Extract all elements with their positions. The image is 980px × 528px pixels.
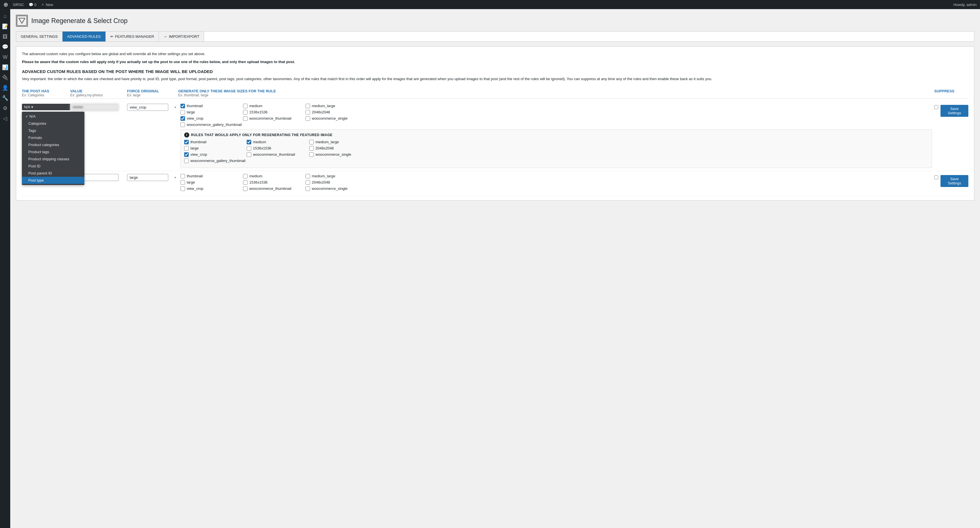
force-original-dropdown-2[interactable]: large view_crop medium thumbnail — [127, 174, 168, 181]
tab-import-export[interactable]: ↔ IMPORT/EXPORT — [159, 32, 204, 41]
featured-checkbox-woo-thumbnail-1[interactable]: woocommerce_thumbnail — [247, 152, 309, 157]
checkbox-medium-large-1[interactable]: medium_large — [305, 104, 368, 108]
checkbox-viewcrop-2[interactable]: view_crop — [180, 186, 243, 191]
sidebar: ⌂ 📝 🖼 💬 W 📊 🔌 👤 🔧 ⚙ ◁ — [0, 9, 10, 528]
checkbox-woo-single-2[interactable]: woocommerce_single — [305, 186, 368, 191]
sidebar-icon-analytics[interactable]: 📊 — [0, 62, 10, 72]
sidebar-icon-posts[interactable]: 📝 — [0, 22, 10, 31]
checkbox-medium-1[interactable]: medium — [243, 104, 305, 108]
site-name[interactable]: SIRSC — [13, 3, 24, 7]
post-has-dropdown-wrapper-1: N/A ▾ ✓ N/A Categories Tags Formats Prod… — [22, 104, 70, 110]
force-original-dropdown-1[interactable]: view_crop large medium thumbnail — [127, 104, 168, 111]
checkbox-woo-gallery-1[interactable]: woocommerce_gallery_thumbnail — [180, 122, 243, 127]
featured-checkbox-1536-1[interactable]: 1536x1536 — [247, 146, 309, 151]
sidebar-icon-collapse[interactable]: ◁ — [0, 114, 10, 123]
sidebar-icon-plugins[interactable]: 🔌 — [0, 73, 10, 83]
dropdown-option-product-tags[interactable]: Product tags — [22, 148, 84, 156]
featured-checkbox-viewcrop-1[interactable]: view_crop — [184, 152, 247, 157]
post-has-dropdown-1[interactable]: N/A ▾ — [22, 104, 70, 110]
featured-checkbox-woo-gallery-1[interactable]: woocommerce_gallery_thumbnail — [184, 159, 247, 163]
checkbox-2048-2[interactable]: 2048x2048 — [305, 180, 368, 185]
featured-checkbox-medium-1[interactable]: medium — [247, 140, 309, 144]
tabs-bar: GENERAL SETTINGS ADVANCED RULES ✏ FEATUR… — [16, 31, 974, 42]
header-post-has: THE POST HAS Ex: Categories — [22, 89, 70, 97]
dropdown-option-post-parent-id[interactable]: Post parent ID — [22, 170, 84, 177]
checkbox-large-2[interactable]: large — [180, 180, 243, 185]
featured-image-title-1: i RULES THAT WOULD APPLY ONLY FOR REGENE… — [184, 132, 928, 138]
rules-header: THE POST HAS Ex: Categories VALUE Ex: ga… — [22, 87, 968, 99]
page-title: Image Regenerate & Select Crop — [31, 17, 127, 25]
header-image-sizes: GENERATE ONLY THESE IMAGE SIZES FOR THE … — [178, 89, 934, 97]
plugin-logo-icon — [16, 15, 28, 27]
info-icon: i — [184, 132, 189, 138]
suppress-checkbox-2[interactable] — [934, 175, 938, 180]
force-original-wrapper-1: view_crop large medium thumbnail ▾ — [127, 104, 178, 111]
value-input-wrapper-1 — [70, 104, 127, 111]
save-button-1[interactable]: Save Settings — [940, 105, 968, 117]
featured-checkbox-woo-single-1[interactable]: woocommerce_single — [309, 152, 372, 157]
tab-general-settings[interactable]: GENERAL SETTINGS — [16, 32, 62, 41]
sidebar-icon-users[interactable]: 👤 — [0, 83, 10, 93]
checkbox-large-1[interactable]: large — [180, 110, 243, 115]
sidebar-icon-comments[interactable]: 💬 — [0, 42, 10, 52]
checkbox-medium-2[interactable]: medium — [243, 174, 305, 178]
dropdown-option-product-shipping[interactable]: Product shipping classes — [22, 156, 84, 162]
tab-advanced-rules[interactable]: ADVANCED RULES — [62, 32, 105, 41]
checkbox-grid-2: thumbnail medium medium_large large 1536… — [180, 174, 932, 191]
force-original-wrapper-2: large view_crop medium thumbnail ▾ — [127, 174, 178, 181]
checkbox-viewcrop-1[interactable]: view_crop — [180, 116, 243, 121]
sidebar-icon-settings[interactable]: ⚙ — [0, 103, 10, 113]
dropdown-option-product-categories[interactable]: Product categories — [22, 141, 84, 148]
rule-row-2: N/A Categories Tags Post type ▾ large vi… — [22, 171, 968, 196]
dropdown-option-categories[interactable]: Categories — [22, 120, 84, 127]
checkbox-2048-1[interactable]: 2048x2048 — [305, 110, 368, 115]
checkbox-1536-1[interactable]: 1536x1536 — [243, 110, 305, 115]
info-line2: Please be aware that the custom rules wi… — [22, 59, 968, 65]
checkboxes-area-1: thumbnail medium medium_large large 1536… — [178, 104, 934, 168]
comments-link[interactable]: 💬 0 — [29, 3, 37, 7]
howdy-text: Howdy, admin — [954, 3, 977, 7]
svg-rect-0 — [17, 16, 27, 25]
checkbox-thumbnail-2[interactable]: thumbnail — [180, 174, 243, 178]
checkbox-woo-single-1[interactable]: woocommerce_single — [305, 116, 368, 121]
header-value: VALUE Ex: gallery,my-photos — [70, 89, 127, 97]
featured-checkbox-thumbnail-1[interactable]: thumbnail — [184, 140, 247, 144]
description-text: Very important: the order in which the r… — [22, 76, 968, 82]
info-line1: The advanced custom rules you configure … — [22, 51, 968, 57]
dropdown-option-post-type[interactable]: Post type — [22, 177, 84, 184]
suppress-save-2: Save Settings — [934, 174, 968, 187]
dropdown-arrow-icon: ▾ — [175, 106, 176, 109]
sidebar-icon-woo[interactable]: W — [0, 52, 10, 62]
admin-bar: ⊕ SIRSC 💬 0 ＋ New Howdy, admin — [0, 0, 980, 9]
checkbox-medium-large-2[interactable]: medium_large — [305, 174, 368, 178]
wp-logo-icon: ⊕ — [3, 1, 8, 8]
checkbox-woo-thumbnail-1[interactable]: woocommerce_thumbnail — [243, 116, 305, 121]
featured-checkbox-large-1[interactable]: large — [184, 146, 247, 151]
checkbox-1536-2[interactable]: 1536x1536 — [243, 180, 305, 185]
dropdown-option-formats[interactable]: Formats — [22, 134, 84, 141]
checkbox-woo-thumbnail-2[interactable]: woocommerce_thumbnail — [243, 186, 305, 191]
value-input-1[interactable] — [70, 104, 119, 111]
sidebar-icon-dashboard[interactable]: ⌂ — [0, 11, 10, 21]
dropdown-option-na[interactable]: ✓ N/A — [22, 113, 84, 120]
featured-checkbox-2048-1[interactable]: 2048x2048 — [309, 146, 372, 151]
suppress-checkbox-1[interactable] — [934, 105, 938, 110]
rule-row-1: N/A ▾ ✓ N/A Categories Tags Formats Prod… — [22, 101, 968, 171]
featured-checkbox-grid-1: thumbnail medium medium_large large — [184, 140, 928, 163]
new-content-link[interactable]: ＋ New — [41, 2, 53, 7]
save-button-2[interactable]: Save Settings — [940, 175, 968, 187]
featured-checkbox-medium-large-1[interactable]: medium_large — [309, 140, 372, 144]
header-force-original: FORCE ORIGINAL Ex: large — [127, 89, 178, 97]
checkboxes-area-2: thumbnail medium medium_large large 1536… — [178, 174, 934, 192]
checkbox-thumbnail-1[interactable]: thumbnail — [180, 104, 243, 108]
plugin-header: Image Regenerate & Select Crop — [16, 15, 974, 27]
tab-features-manager[interactable]: ✏ FEATURES MANAGER — [106, 32, 159, 41]
sidebar-icon-tools[interactable]: 🔧 — [0, 93, 10, 103]
checkbox-grid-1: thumbnail medium medium_large large 1536… — [180, 104, 932, 127]
export-icon: ↔ — [164, 34, 167, 39]
dropdown-option-post-id[interactable]: Post ID — [22, 162, 84, 170]
sidebar-icon-media[interactable]: 🖼 — [0, 32, 10, 41]
dropdown-option-tags[interactable]: Tags — [22, 127, 84, 134]
main-content: Image Regenerate & Select Crop GENERAL S… — [10, 9, 980, 528]
content-area: The advanced custom rules you configure … — [16, 46, 974, 200]
